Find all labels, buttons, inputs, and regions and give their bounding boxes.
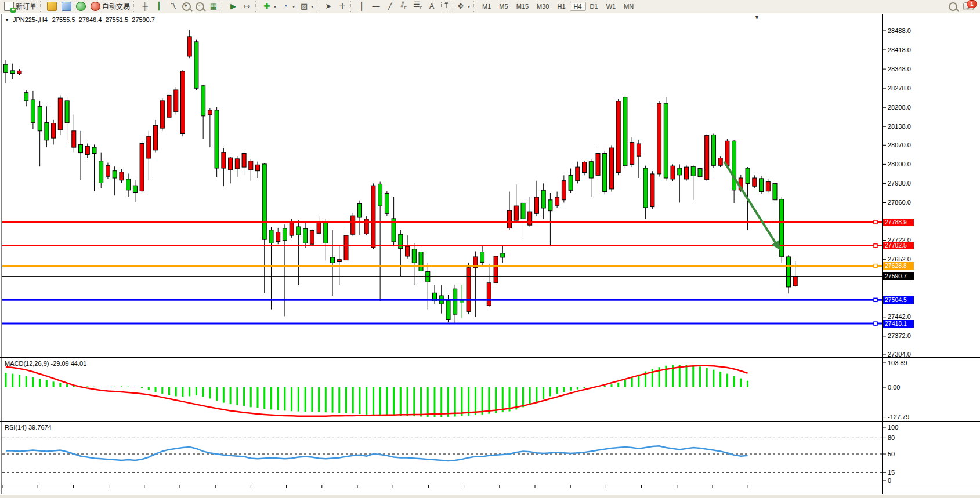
cursor-icon: ➤ (324, 2, 333, 10)
indicator-tick-label: 15 (888, 469, 895, 476)
ohlc-high: 27646.4 (79, 16, 102, 23)
terminal-button[interactable] (45, 0, 59, 13)
chart-shift-button[interactable]: ↦ (240, 0, 254, 13)
crosshair-icon: ✛ (338, 2, 347, 10)
zoom-out-button[interactable]: − (193, 0, 207, 13)
cursor-button[interactable]: ➤ (321, 0, 335, 13)
terminal-icon (47, 2, 57, 11)
text-button[interactable]: A (425, 0, 439, 13)
main-toolbar: + 新订单 自动交易 ╫ ┃ 〽 + − ▦ ▶ ↦ ✚▾ ◔▾ ▨▾ ➤ ✛ … (0, 0, 980, 13)
line-chart-button[interactable]: 〽 (166, 0, 180, 13)
hline-price-tag: 27590.7 (883, 272, 914, 280)
price-tick-label: 28070.0 (888, 141, 911, 148)
price-tick-label: 28278.0 (888, 85, 911, 92)
rsi-label: RSI(14) 39.7674 (5, 424, 52, 431)
periods-clock-icon: ◔ (281, 2, 290, 10)
zoom-in-icon: + (182, 2, 191, 11)
timeframe-m15[interactable]: M15 (512, 2, 533, 11)
fibonacci-button[interactable]: ☰F (411, 0, 425, 13)
candlestick-button[interactable]: ┃ (152, 0, 166, 13)
price-tick-label: 28348.0 (888, 66, 911, 72)
timeframe-m1[interactable]: M1 (478, 2, 495, 11)
ohlc-low: 27551.5 (105, 16, 128, 23)
toolbar-separator (40, 1, 42, 12)
indicator-tick-label: 80 (888, 434, 895, 441)
auto-scroll-icon: ▶ (229, 2, 238, 10)
text-icon: A (427, 2, 436, 10)
price-tick-label: 27372.0 (888, 332, 911, 339)
trendline-icon: ╱ (385, 2, 395, 10)
crosshair-button[interactable]: ✛ (335, 0, 349, 13)
price-tick-label: 27860.0 (888, 199, 911, 206)
vertical-line-icon: │ (357, 2, 367, 10)
new-order-button[interactable]: + 新订单 (2, 0, 39, 13)
toolbar-separator (350, 1, 353, 12)
new-order-icon: + (4, 2, 14, 11)
timeframe-h4[interactable]: H4 (570, 2, 586, 11)
ohlc-close: 27590.7 (132, 16, 155, 23)
horizontal-scrollbar[interactable] (0, 495, 980, 498)
strategy-tester-icon (62, 2, 71, 11)
indicator-tick-label: 100 (888, 424, 898, 431)
tile-windows-icon: ▦ (209, 2, 218, 10)
timeframe-w1[interactable]: W1 (602, 2, 620, 11)
periods-button[interactable]: ◔▾ (279, 0, 297, 13)
price-tick-label: 28488.0 (888, 27, 911, 34)
hline-price-tag: 27504.5 (883, 296, 914, 304)
horizontal-line-button[interactable]: — (369, 0, 383, 13)
arrows-button[interactable]: ✥▾ (454, 0, 472, 13)
signals-icon (76, 2, 86, 11)
vertical-line-button[interactable]: │ (355, 0, 369, 13)
symbol-period: JPN225-,H4 (13, 16, 48, 23)
new-order-label: 新订单 (16, 2, 37, 12)
timeframe-h1[interactable]: H1 (553, 2, 569, 11)
toolbar-separator (255, 1, 258, 12)
equidistant-channel-button[interactable]: ⫽E (397, 0, 411, 13)
chart-window[interactable]: ▼ JPN225-,H4 27555.5 27646.4 27551.5 275… (0, 14, 980, 498)
timeframe-m30[interactable]: M30 (533, 2, 553, 11)
fibonacci-icon: ☰F (413, 1, 422, 12)
equidistant-channel-icon: ⫽E (399, 1, 408, 12)
zoom-out-icon: − (196, 2, 204, 11)
tile-windows-button[interactable]: ▦ (207, 0, 220, 13)
bar-chart-icon: ╫ (140, 2, 150, 10)
toolbar-separator (133, 1, 136, 12)
zoom-in-button[interactable]: + (180, 0, 193, 13)
chart-ohlc-header: ▼ JPN225-,H4 27555.5 27646.4 27551.5 275… (5, 16, 155, 23)
auto-trading-button[interactable]: 自动交易 (88, 0, 132, 13)
line-chart-icon: 〽 (168, 2, 178, 10)
text-label-icon: T (441, 2, 451, 10)
price-tick-label: 28138.0 (888, 123, 911, 130)
hline-price-tag: 27628.8 (883, 262, 914, 270)
bar-chart-button[interactable]: ╫ (138, 0, 152, 13)
timeframe-m5[interactable]: M5 (495, 2, 512, 11)
indicators-button[interactable]: ✚▾ (260, 0, 279, 13)
notification-badge: 1 (967, 0, 977, 8)
toolbar-separator (317, 1, 319, 12)
chart-shift-marker[interactable]: ▼ (754, 14, 760, 20)
price-tick-label: 27442.0 (888, 313, 911, 320)
chart-canvas[interactable] (0, 14, 980, 498)
indicator-tick-label: -127.79 (888, 413, 909, 420)
ohlc-open: 27555.5 (52, 16, 75, 23)
price-tick-label: 28000.0 (888, 161, 911, 168)
search-icon[interactable] (949, 2, 957, 11)
indicator-tick-label: 50 (888, 450, 895, 457)
templates-button[interactable]: ▨▾ (297, 0, 316, 13)
arrows-icon: ✥ (456, 2, 465, 10)
text-label-button[interactable]: T (439, 0, 454, 13)
price-tick-label: 27930.0 (888, 180, 911, 187)
timeframe-d1[interactable]: D1 (586, 2, 602, 11)
strategy-tester-button[interactable] (59, 0, 74, 13)
horizontal-line-icon: — (371, 2, 381, 10)
price-tick-label: 27304.0 (888, 351, 911, 358)
chat-icon[interactable]: 1 (963, 2, 974, 10)
chevron-down-icon[interactable]: ▼ (5, 17, 9, 23)
indicator-tick-label: 0.00 (888, 384, 900, 391)
hline-price-tag: 27788.9 (883, 219, 914, 226)
timeframe-mn[interactable]: MN (620, 2, 638, 11)
signals-button[interactable] (74, 0, 88, 13)
auto-scroll-button[interactable]: ▶ (226, 0, 240, 13)
trendline-button[interactable]: ╱ (383, 0, 397, 13)
toolbar-separator (473, 1, 476, 12)
